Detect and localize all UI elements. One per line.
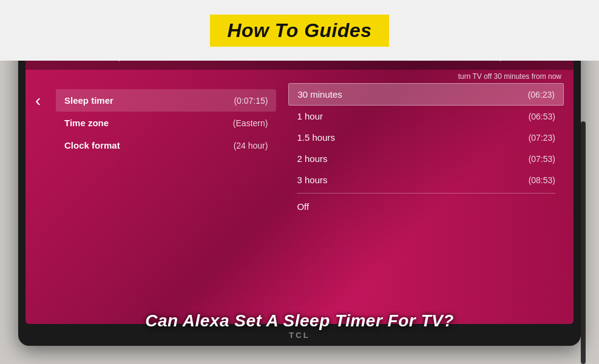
menu-item-clock-format[interactable]: Clock format (24 hour): [56, 134, 276, 157]
menu-item-sleep-timer[interactable]: Sleep timer (0:07:15): [56, 89, 276, 112]
back-arrow-icon[interactable]: ‹: [35, 92, 41, 109]
menu-item-time-zone[interactable]: Time zone (Eastern): [56, 112, 276, 134]
timer-option-30min[interactable]: 30 minutes (06:23): [288, 83, 564, 106]
timer-option-1-5hours[interactable]: 1.5 hours (07:23): [288, 127, 564, 148]
menu-item-sleep-timer-label: Sleep timer: [64, 95, 113, 106]
menu-item-clock-format-value: (24 hour): [234, 141, 268, 150]
timer-option-1-5hours-label: 1.5 hours: [297, 132, 335, 143]
tv-screen-wrapper: TCL · Roku TV | Time 05:55 | Options ✳: [25, 41, 574, 324]
timer-divider: [297, 193, 555, 194]
left-panel: Sleep timer (0:07:15) Time zone (Eastern…: [25, 83, 288, 324]
menu-item-sleep-timer-value: (0:07:15): [234, 96, 268, 106]
timer-option-1hour-label: 1 hour: [297, 111, 323, 121]
screen-subtitle: turn TV off 30 minutes from now: [458, 70, 561, 83]
timer-option-1hour-time: (06:53): [529, 112, 555, 121]
banner: How To Guides: [0, 0, 599, 61]
bottom-caption: Can Alexa Set A Sleep Timer For TV?: [0, 311, 599, 331]
right-panel: 30 minutes (06:23) 1 hour (06:53) 1.5 ho…: [288, 83, 574, 324]
timer-option-2hours-time: (07:53): [529, 154, 555, 164]
banner-title: How To Guides: [210, 15, 388, 47]
bottom-text-overlay: Can Alexa Set A Sleep Timer For TV?: [0, 311, 599, 331]
timer-option-2hours[interactable]: 2 hours (07:53): [288, 148, 564, 169]
timer-option-1-5hours-time: (07:23): [529, 133, 555, 143]
timer-option-3hours-label: 3 hours: [297, 175, 327, 185]
timer-option-3hours[interactable]: 3 hours (08:53): [288, 169, 564, 190]
page-wrapper: How To Guides TCL · Roku TV | Time 05:55…: [0, 0, 599, 364]
tv-outer: TCL · Roku TV | Time 05:55 | Options ✳: [18, 33, 581, 346]
timer-option-1hour[interactable]: 1 hour (06:53): [288, 106, 564, 127]
screen-content: Sleep timer (0:07:15) Time zone (Eastern…: [25, 83, 574, 324]
timer-option-30min-time: (06:23): [528, 90, 555, 99]
timer-option-2hours-label: 2 hours: [297, 153, 327, 164]
menu-item-time-zone-label: Time zone: [64, 118, 109, 128]
tv-screen: TCL · Roku TV | Time 05:55 | Options ✳: [25, 41, 574, 324]
menu-item-time-zone-value: (Eastern): [233, 118, 268, 128]
tv-brand-logo: TCL: [289, 331, 310, 340]
timer-option-3hours-time: (08:53): [529, 175, 555, 185]
timer-off-option[interactable]: Off: [288, 196, 564, 217]
menu-item-clock-format-label: Clock format: [64, 140, 120, 150]
timer-option-30min-label: 30 minutes: [297, 89, 342, 99]
